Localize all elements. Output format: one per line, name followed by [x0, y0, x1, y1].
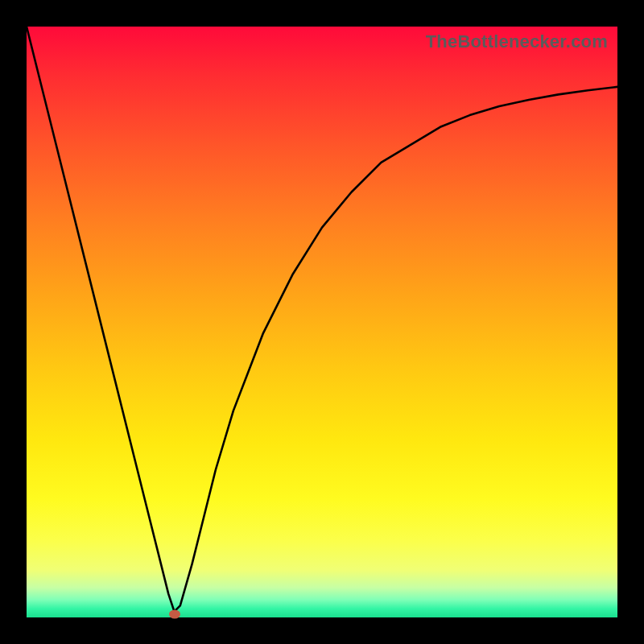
optimal-point-marker: [169, 610, 180, 619]
chart-frame: TheBottlenecker.com: [0, 0, 644, 644]
plot-area: TheBottlenecker.com: [27, 27, 617, 617]
bottleneck-curve: [27, 27, 617, 617]
